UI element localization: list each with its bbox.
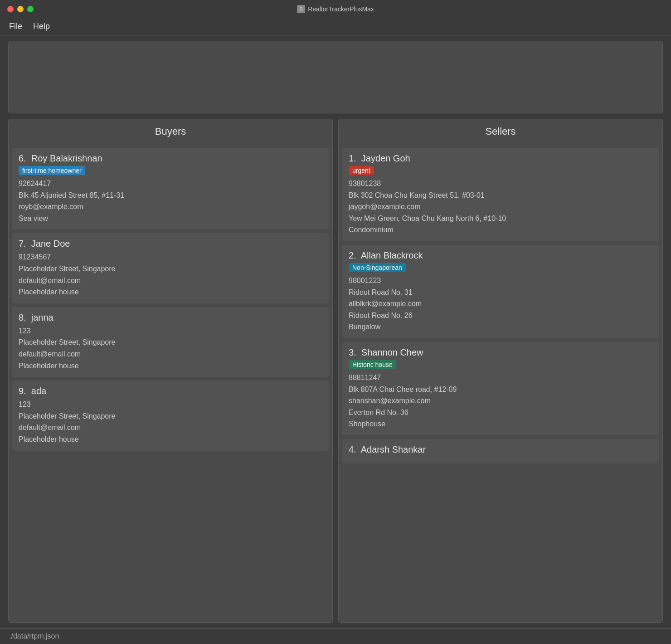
file-path: ./data/rtpm.json xyxy=(9,632,59,640)
list-item: 7. Jane Doe91234567Placeholder Street, S… xyxy=(12,233,329,303)
app-icon: R xyxy=(297,5,305,13)
list-item: 6. Roy Balakrishnanfirst-time homeowner9… xyxy=(12,148,329,229)
seller-details: 98001223Ridout Road No. 31allblkrk@examp… xyxy=(349,275,652,333)
buyer-details: 92624417Blk 45 Aljunied Street 85, #11-3… xyxy=(19,178,322,224)
status-badge: Historic house xyxy=(349,360,396,369)
seller-details: 93801238Blk 302 Choa Chu Kang Street 51,… xyxy=(349,178,652,236)
buyer-name: 8. janna xyxy=(19,312,322,323)
close-button[interactable] xyxy=(7,6,14,12)
buyers-list[interactable]: 6. Roy Balakrishnanfirst-time homeowner9… xyxy=(9,144,332,622)
list-item: 9. ada123Placeholder Street, Singaporede… xyxy=(12,381,329,450)
menu-help[interactable]: Help xyxy=(33,22,50,31)
status-badge: first-time homeowner xyxy=(19,166,85,175)
list-item: 1. Jayden Gohurgent93801238Blk 302 Choa … xyxy=(342,148,659,241)
minimize-button[interactable] xyxy=(17,6,24,12)
seller-name: 2. Allan Blackrock xyxy=(349,250,652,261)
buyers-header: Buyers xyxy=(9,119,332,144)
list-item: 4. Adarsh Shankar xyxy=(342,439,659,463)
buyer-details: 123Placeholder Street, Singaporedefault@… xyxy=(19,399,322,445)
menu-bar: File Help xyxy=(0,18,671,35)
app-title: R RealtorTrackerPlusMax xyxy=(297,5,374,13)
buyer-name: 9. ada xyxy=(19,386,322,396)
seller-details: 88811247Blk 807A Chai Chee road, #12-09s… xyxy=(349,372,652,430)
list-item: 3. Shannon ChewHistoric house88811247Blk… xyxy=(342,342,659,435)
buyers-panel: Buyers 6. Roy Balakrishnanfirst-time hom… xyxy=(8,119,333,623)
list-item: 2. Allan BlackrockNon-Singaporean9800122… xyxy=(342,245,659,338)
sellers-panel: Sellers 1. Jayden Gohurgent93801238Blk 3… xyxy=(338,119,663,623)
menu-file[interactable]: File xyxy=(9,22,22,31)
status-badge: Non-Singaporean xyxy=(349,263,406,272)
top-panel xyxy=(8,41,663,113)
buyer-name: 7. Jane Doe xyxy=(19,239,322,249)
seller-name: 4. Adarsh Shankar xyxy=(349,444,652,455)
list-item: 8. janna123Placeholder Street, Singapore… xyxy=(12,307,329,377)
seller-name: 3. Shannon Chew xyxy=(349,347,652,358)
seller-name: 1. Jayden Goh xyxy=(349,153,652,164)
buyer-details: 123Placeholder Street, Singaporedefault@… xyxy=(19,325,322,371)
sellers-header: Sellers xyxy=(339,119,662,144)
status-bar: ./data/rtpm.json xyxy=(0,628,671,644)
maximize-button[interactable] xyxy=(27,6,34,12)
status-badge: urgent xyxy=(349,166,374,175)
title-bar: R RealtorTrackerPlusMax xyxy=(0,0,671,18)
sellers-list[interactable]: 1. Jayden Gohurgent93801238Blk 302 Choa … xyxy=(339,144,662,622)
window-controls xyxy=(7,6,34,12)
buyer-name: 6. Roy Balakrishnan xyxy=(19,153,322,164)
main-panels: Buyers 6. Roy Balakrishnanfirst-time hom… xyxy=(8,119,663,623)
buyer-details: 91234567Placeholder Street, Singaporedef… xyxy=(19,251,322,298)
